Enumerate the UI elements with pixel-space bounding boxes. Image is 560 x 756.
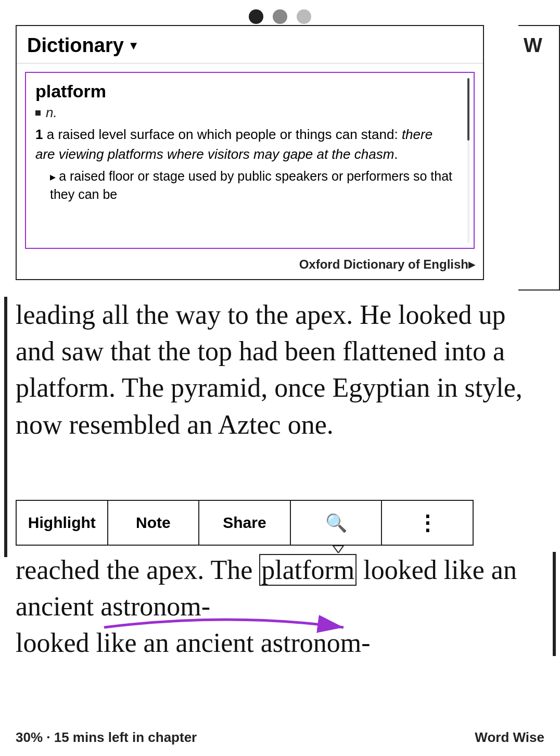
word-wise-text: Word Wise [475, 729, 544, 746]
dot-2[interactable] [273, 9, 287, 24]
pos-text: n. [46, 105, 57, 121]
dictionary-panel: Dictionary ▼ platform n. 1 a raised leve… [16, 25, 484, 280]
dot-1[interactable] [249, 9, 263, 24]
text-action-toolbar: Highlight Note Share 🔍 ⋮ [16, 500, 474, 546]
definition-1: 1 a raised level surface on which people… [35, 125, 464, 164]
svg-marker-0 [333, 546, 343, 553]
oxford-source: Oxford Dictionary of English▸ [299, 257, 475, 271]
oxford-footer[interactable]: Oxford Dictionary of English▸ [17, 253, 483, 279]
pos-square-icon [35, 110, 41, 116]
book-text-2: reached the apex. The [16, 555, 259, 585]
def-number: 1 [35, 127, 43, 142]
book-text-1: leading all the way to the apex. He look… [16, 300, 523, 439]
definition-box: platform n. 1 a raised level surface on … [25, 72, 475, 249]
pos-line: n. [35, 105, 464, 121]
tooltip-pointer [312, 546, 364, 553]
share-button[interactable]: Share [199, 501, 291, 545]
dictionary-arrow[interactable]: ▼ [128, 39, 139, 53]
word-title: platform [35, 81, 464, 102]
scrollbar-thumb [467, 78, 469, 141]
def-end: . [394, 146, 398, 162]
right-margin-bar [553, 552, 556, 656]
highlighted-word: platform [259, 554, 357, 586]
right-panel: W [518, 25, 560, 291]
left-margin-bar [4, 297, 7, 557]
search-icon: 🔍 [325, 512, 347, 533]
purple-arrow [94, 601, 364, 638]
def-text: a raised level surface on which people o… [47, 127, 402, 142]
right-panel-label: W [518, 26, 559, 65]
progress-text: 30% · 15 mins left in chapter [16, 729, 197, 746]
status-bar: 30% · 15 mins left in chapter Word Wise [16, 729, 544, 746]
dictionary-title: Dictionary [27, 34, 124, 57]
definition-scrollbar[interactable] [467, 78, 469, 243]
more-icon: ⋮ [417, 511, 438, 535]
note-button[interactable]: Note [108, 501, 200, 545]
highlight-button[interactable]: Highlight [17, 501, 108, 545]
search-button[interactable]: 🔍 [291, 501, 383, 545]
dot-3[interactable] [297, 9, 311, 24]
definition-sub: a raised floor or stage used by public s… [35, 167, 464, 204]
dictionary-header[interactable]: Dictionary ▼ [17, 26, 483, 64]
book-paragraph-1: leading all the way to the apex. He look… [16, 297, 544, 443]
more-button[interactable]: ⋮ [382, 501, 473, 545]
